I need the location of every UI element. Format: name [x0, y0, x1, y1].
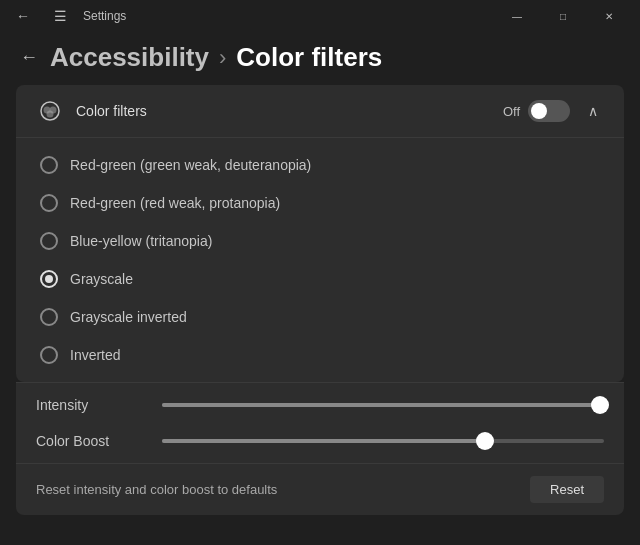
breadcrumb-parent[interactable]: Accessibility	[50, 42, 209, 73]
radio-circle-4	[40, 270, 58, 288]
intensity-thumb[interactable]	[591, 396, 609, 414]
color-boost-track[interactable]	[162, 439, 604, 443]
sliders-section: Intensity Color Boost	[16, 382, 624, 463]
reset-description: Reset intensity and color boost to defau…	[36, 482, 277, 497]
radio-inner-4	[45, 275, 53, 283]
intensity-track[interactable]	[162, 403, 604, 407]
toggle-thumb	[531, 103, 547, 119]
title-bar: ← ☰ Settings — □ ✕	[0, 0, 640, 32]
radio-circle-3	[40, 232, 58, 250]
reset-button[interactable]: Reset	[530, 476, 604, 503]
radio-label-6: Inverted	[70, 347, 121, 363]
radio-circle-5	[40, 308, 58, 326]
breadcrumb-back-icon[interactable]: ←	[20, 47, 38, 68]
color-boost-label: Color Boost	[36, 433, 146, 449]
back-icon[interactable]: ←	[8, 4, 38, 28]
intensity-fill	[162, 403, 600, 407]
radio-label-4: Grayscale	[70, 271, 133, 287]
intensity-row: Intensity	[36, 387, 604, 423]
maximize-button[interactable]: □	[540, 0, 586, 32]
radio-option-red-green-prot[interactable]: Red-green (red weak, protanopia)	[16, 184, 624, 222]
radio-circle-6	[40, 346, 58, 364]
color-filters-card: Color filters Off ∧ Red-green (green wea…	[16, 85, 624, 382]
close-button[interactable]: ✕	[586, 0, 632, 32]
minimize-button[interactable]: —	[494, 0, 540, 32]
section-body: Red-green (green weak, deuteranopia) Red…	[16, 138, 624, 382]
radio-option-red-green-deut[interactable]: Red-green (green weak, deuteranopia)	[16, 146, 624, 184]
window-title: Settings	[83, 9, 126, 23]
radio-label-2: Red-green (red weak, protanopia)	[70, 195, 280, 211]
radio-circle-2	[40, 194, 58, 212]
section-header: Color filters Off ∧	[16, 85, 624, 138]
svg-point-3	[47, 111, 54, 118]
title-bar-controls: — □ ✕	[494, 0, 632, 32]
radio-circle-1	[40, 156, 58, 174]
collapse-button[interactable]: ∧	[582, 101, 604, 121]
color-boost-thumb[interactable]	[476, 432, 494, 450]
color-filters-icon	[36, 97, 64, 125]
section-title: Color filters	[76, 103, 503, 119]
radio-option-grayscale-inverted[interactable]: Grayscale inverted	[16, 298, 624, 336]
intensity-label: Intensity	[36, 397, 146, 413]
radio-options-list: Red-green (green weak, deuteranopia) Red…	[16, 138, 624, 382]
breadcrumb-current: Color filters	[236, 42, 382, 73]
radio-label-3: Blue-yellow (tritanopia)	[70, 233, 212, 249]
radio-label-5: Grayscale inverted	[70, 309, 187, 325]
radio-option-grayscale[interactable]: Grayscale	[16, 260, 624, 298]
radio-option-blue-yellow[interactable]: Blue-yellow (tritanopia)	[16, 222, 624, 260]
radio-option-inverted[interactable]: Inverted	[16, 336, 624, 374]
color-filters-toggle[interactable]	[528, 100, 570, 122]
menu-icon[interactable]: ☰	[46, 4, 75, 28]
radio-label-1: Red-green (green weak, deuteranopia)	[70, 157, 311, 173]
color-boost-row: Color Boost	[36, 423, 604, 459]
color-boost-fill	[162, 439, 485, 443]
breadcrumb-separator: ›	[219, 45, 226, 71]
title-bar-left: ← ☰ Settings	[8, 4, 126, 28]
toggle-label: Off	[503, 104, 520, 119]
reset-row: Reset intensity and color boost to defau…	[16, 463, 624, 515]
breadcrumb: ← Accessibility › Color filters	[0, 32, 640, 85]
